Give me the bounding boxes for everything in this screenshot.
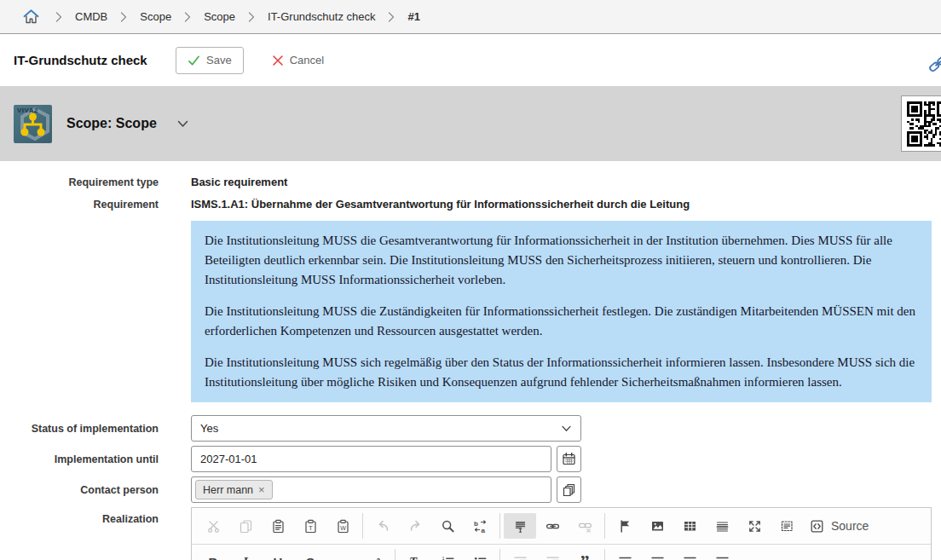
paste-as-text-button[interactable]: T bbox=[294, 513, 326, 539]
calendar-icon bbox=[562, 452, 576, 466]
maximize-button[interactable] bbox=[738, 513, 771, 539]
requirement-type-value: Basic requirement bbox=[191, 176, 287, 188]
select-all-button[interactable] bbox=[504, 513, 536, 539]
bold-button[interactable]: B bbox=[197, 549, 229, 560]
paste-icon bbox=[271, 519, 286, 534]
calendar-picker-button[interactable] bbox=[557, 446, 581, 472]
breadcrumb-item-id[interactable]: #1 bbox=[407, 10, 419, 23]
implementation-until-input[interactable] bbox=[191, 446, 551, 472]
source-icon bbox=[810, 519, 824, 534]
svg-text:b: b bbox=[474, 520, 478, 528]
remove-format-icon: Tx bbox=[409, 555, 421, 560]
home-icon[interactable] bbox=[23, 9, 39, 24]
align-left-icon bbox=[618, 555, 632, 560]
redo-button[interactable] bbox=[399, 513, 431, 539]
maximize-icon bbox=[748, 519, 762, 534]
chevron-right-icon bbox=[388, 12, 395, 22]
permalink-icon[interactable] bbox=[927, 53, 941, 73]
unlink-button[interactable] bbox=[569, 513, 601, 539]
implementation-until-label: Implementation until bbox=[0, 453, 175, 465]
toolbar-separator bbox=[499, 549, 500, 560]
cancel-button-label: Cancel bbox=[290, 54, 324, 66]
paste-from-word-button[interactable]: W bbox=[326, 513, 359, 539]
underline-button[interactable]: U bbox=[262, 549, 294, 560]
subscript-button[interactable]: x₂ bbox=[326, 549, 359, 560]
decrease-indent-button[interactable] bbox=[504, 549, 536, 560]
svg-text:W: W bbox=[340, 525, 346, 531]
breadcrumb: CMDB Scope Scope IT-Grundschutz check #1 bbox=[0, 0, 941, 34]
italic-button[interactable]: I bbox=[229, 549, 262, 560]
insert-image-button[interactable] bbox=[641, 513, 673, 539]
find-button[interactable] bbox=[431, 513, 464, 539]
save-button[interactable]: Save bbox=[176, 47, 244, 74]
justify-button[interactable] bbox=[706, 549, 738, 560]
copy-button[interactable] bbox=[229, 513, 262, 539]
browse-objects-button[interactable] bbox=[557, 476, 581, 503]
requirement-value: ISMS.1.A1: Übernahme der Gesamtverantwor… bbox=[191, 198, 690, 211]
bold-icon: B bbox=[209, 555, 218, 560]
object-menu-chevron-down-icon[interactable] bbox=[177, 120, 188, 128]
toolbar-separator bbox=[604, 513, 605, 539]
strikethrough-button[interactable]: S bbox=[294, 549, 326, 560]
strikethrough-icon: S bbox=[306, 555, 315, 560]
remove-format-button[interactable]: Tx bbox=[399, 549, 431, 560]
anchor-button[interactable] bbox=[609, 513, 641, 539]
undo-icon bbox=[376, 519, 390, 534]
replace-button[interactable]: ba bbox=[464, 513, 496, 539]
status-of-implementation-select[interactable]: Yes bbox=[191, 415, 581, 442]
horizontal-rule-button[interactable] bbox=[706, 513, 738, 539]
chevron-right-icon bbox=[120, 12, 127, 22]
source-button[interactable]: Source bbox=[803, 513, 875, 539]
blockquote-button[interactable]: ” bbox=[569, 549, 601, 560]
align-right-button[interactable] bbox=[673, 549, 706, 560]
object-title: Scope: Scope bbox=[66, 116, 157, 131]
status-of-implementation-label: Status of implementation bbox=[0, 423, 175, 435]
anchor-flag-icon bbox=[618, 519, 632, 534]
qr-code bbox=[901, 95, 941, 152]
paste-word-icon: W bbox=[336, 519, 350, 534]
breadcrumb-item-scope[interactable]: Scope bbox=[140, 10, 171, 23]
requirement-type-label: Requirement type bbox=[0, 176, 175, 188]
description-paragraph: Die Institutionsleitung MUSS sich regelm… bbox=[205, 353, 918, 392]
paste-button[interactable] bbox=[262, 513, 294, 539]
outdent-icon bbox=[513, 555, 528, 560]
save-button-label: Save bbox=[206, 54, 232, 66]
page-title: IT-Grundschutz check bbox=[14, 53, 162, 67]
replace-icon: ba bbox=[473, 519, 488, 534]
copy-icon bbox=[239, 519, 253, 534]
show-blocks-button[interactable] bbox=[771, 513, 803, 539]
numbered-list-button[interactable]: 123 bbox=[431, 549, 464, 560]
cut-button[interactable] bbox=[197, 513, 229, 539]
contact-person-input[interactable]: Herr mann × bbox=[191, 476, 551, 503]
cross-icon bbox=[272, 55, 284, 66]
action-header: IT-Grundschutz check Save Cancel bbox=[0, 34, 941, 86]
increase-indent-button[interactable] bbox=[536, 549, 569, 560]
insert-table-button[interactable] bbox=[673, 513, 706, 539]
breadcrumb-item-cmdb[interactable]: CMDB bbox=[75, 10, 107, 23]
chevron-down-icon bbox=[561, 425, 572, 432]
align-left-button[interactable] bbox=[609, 549, 641, 560]
svg-text:a: a bbox=[481, 526, 485, 534]
underline-icon: U bbox=[274, 555, 283, 560]
superscript-button[interactable]: x² bbox=[359, 549, 391, 560]
cancel-button[interactable]: Cancel bbox=[265, 47, 331, 74]
svg-text:T: T bbox=[309, 524, 313, 532]
cut-icon bbox=[206, 519, 221, 534]
description-paragraph: Die Institutionsleitung MUSS die Gesamtv… bbox=[205, 231, 918, 290]
align-center-icon bbox=[650, 555, 665, 560]
remove-tag-icon[interactable]: × bbox=[258, 484, 265, 495]
align-center-button[interactable] bbox=[641, 549, 673, 560]
link-button[interactable] bbox=[536, 513, 569, 539]
object-type-icon: VIVA2 bbox=[14, 105, 52, 143]
bullet-list-icon bbox=[473, 555, 488, 560]
bullet-list-button[interactable] bbox=[464, 549, 496, 560]
undo-button[interactable] bbox=[367, 513, 399, 539]
breadcrumb-item-grundschutz-check[interactable]: IT-Grundschutz check bbox=[268, 10, 375, 23]
chevron-right-icon bbox=[248, 12, 255, 22]
search-icon bbox=[441, 519, 455, 534]
breadcrumb-item-scope-2[interactable]: Scope bbox=[204, 10, 235, 23]
numbered-list-icon: 123 bbox=[441, 555, 455, 560]
align-right-icon bbox=[683, 555, 697, 560]
subscript-icon: x₂ bbox=[337, 556, 349, 560]
requirement-description-box: Die Institutionsleitung MUSS die Gesamtv… bbox=[191, 221, 932, 402]
